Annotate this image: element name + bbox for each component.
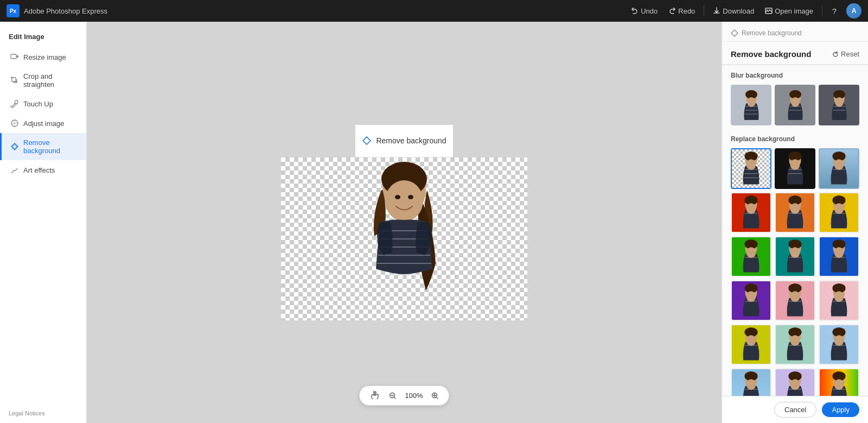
redo-button[interactable]: Redo: [664, 2, 699, 20]
replace-person-blue: [824, 239, 854, 276]
replace-thumb-warm-gradient[interactable]: [819, 368, 859, 396]
sidebar-item-adjust[interactable]: Adjust image: [0, 113, 86, 133]
replace-thumb-black[interactable]: [775, 148, 815, 189]
svg-point-44: [746, 247, 756, 258]
app-logo: Px: [7, 4, 20, 17]
replace-thumb-skyblue[interactable]: [731, 368, 771, 396]
main-layout: Edit Image Resize image Crop and straigh…: [0, 22, 868, 423]
blur-thumb-3[interactable]: [819, 85, 859, 125]
replace-thumb-mint[interactable]: [775, 324, 815, 365]
replace-thumb-lightpink[interactable]: [819, 280, 859, 321]
replace-person-green: [736, 239, 766, 276]
panel-footer: Cancel Apply: [722, 396, 868, 423]
sidebar-item-touchup[interactable]: Touch Up: [0, 94, 86, 113]
replace-person-yellow: [824, 195, 854, 232]
zoom-in-icon: [431, 392, 439, 400]
panel-header: Remove background Reset: [722, 42, 868, 65]
replace-person-lightblue: [824, 327, 854, 364]
hand-icon: [371, 390, 379, 399]
svg-point-50: [834, 247, 844, 258]
replace-person-skyblue: [736, 371, 766, 396]
svg-point-17: [747, 97, 756, 107]
svg-point-68: [834, 335, 844, 346]
replace-person-pink: [780, 283, 810, 320]
replace-thumb-blue[interactable]: [819, 236, 859, 277]
replace-person-olive: [736, 327, 766, 364]
svg-point-74: [790, 379, 800, 390]
reset-button[interactable]: Reset: [832, 50, 859, 58]
replace-thumb-pink[interactable]: [775, 280, 815, 321]
replace-person-black: [780, 151, 810, 188]
replace-thumb-lightblue[interactable]: [819, 324, 859, 365]
hand-tool-button[interactable]: [368, 389, 381, 402]
svg-point-11: [408, 195, 413, 199]
replace-thumb-green[interactable]: [731, 236, 771, 277]
replace-thumb-orange[interactable]: [775, 192, 815, 233]
open-image-icon: [765, 7, 773, 15]
blur-person-1: [738, 90, 765, 123]
replace-thumb-red[interactable]: [731, 192, 771, 233]
svg-point-41: [834, 203, 844, 214]
replace-thumb-yellow[interactable]: [819, 192, 859, 233]
arteffects-icon: [10, 166, 19, 174]
help-button[interactable]: ?: [827, 3, 842, 18]
replace-thumb-lavender[interactable]: [775, 368, 815, 396]
panel-mode-indicator: Remove background: [722, 27, 868, 42]
zoom-in-button[interactable]: [430, 391, 440, 401]
svg-point-38: [790, 203, 800, 214]
replace-person-gradient: [824, 371, 854, 396]
svg-point-62: [746, 335, 756, 346]
zoom-level: 100%: [404, 392, 424, 400]
remove-bg-topbar-label: Remove background: [355, 125, 452, 157]
replace-person-lavender: [780, 371, 810, 396]
blur-person-2: [782, 90, 809, 123]
blur-thumbnails: [731, 85, 859, 125]
image-canvas: [281, 157, 527, 320]
sidebar-item-removebg[interactable]: Remove background: [0, 133, 86, 160]
svg-point-71: [746, 379, 756, 390]
svg-point-65: [790, 335, 800, 346]
replace-thumb-purple[interactable]: [731, 280, 771, 321]
person-subject: [281, 157, 527, 320]
user-avatar[interactable]: A: [846, 3, 861, 18]
undo-icon: [631, 7, 639, 15]
blur-section-title: Blur background: [731, 72, 859, 79]
cancel-button[interactable]: Cancel: [774, 402, 816, 418]
right-panel: Remove background Remove background Rese…: [722, 22, 868, 423]
replace-person-teal: [780, 239, 810, 276]
replace-thumb-transparent[interactable]: [731, 148, 771, 189]
blur-thumb-1[interactable]: [731, 85, 771, 125]
replace-person-natural: [824, 151, 854, 188]
apply-button[interactable]: Apply: [822, 402, 859, 417]
svg-point-47: [790, 247, 800, 258]
undo-button[interactable]: Undo: [627, 2, 662, 20]
removebg-icon: [10, 142, 19, 151]
replace-person-orange: [780, 195, 810, 232]
replace-section-title: Replace background: [731, 135, 859, 143]
replace-thumb-olive[interactable]: [731, 324, 771, 365]
sidebar-item-resize[interactable]: Resize image: [0, 47, 86, 67]
legal-notices[interactable]: Legal Notices: [0, 403, 86, 423]
right-panel-top: Remove background Remove background Rese…: [722, 22, 868, 65]
redo-icon: [668, 7, 676, 15]
zoom-out-button[interactable]: [388, 391, 398, 401]
svg-point-56: [790, 291, 800, 302]
sidebar-header: Edit Image: [0, 28, 86, 47]
app-title: Adobe Photoshop Express: [24, 7, 107, 15]
open-image-button[interactable]: Open image: [761, 2, 818, 20]
svg-point-6: [14, 170, 15, 171]
zoom-controls: 100%: [359, 386, 449, 406]
sidebar-item-crop[interactable]: Crop and straighten: [0, 67, 86, 94]
divider: [704, 5, 704, 16]
crop-icon: [10, 76, 19, 85]
replace-thumb-teal[interactable]: [775, 236, 815, 277]
download-button[interactable]: Download: [709, 2, 758, 20]
blur-thumb-2[interactable]: [775, 85, 815, 125]
replace-thumbnails: [731, 148, 859, 396]
svg-point-10: [395, 195, 400, 199]
touchup-icon: [10, 99, 19, 108]
sidebar-item-arteffects[interactable]: Art effects: [0, 160, 86, 180]
replace-thumb-natural[interactable]: [819, 148, 859, 189]
replace-person-purple: [736, 283, 766, 320]
svg-point-29: [790, 159, 800, 170]
